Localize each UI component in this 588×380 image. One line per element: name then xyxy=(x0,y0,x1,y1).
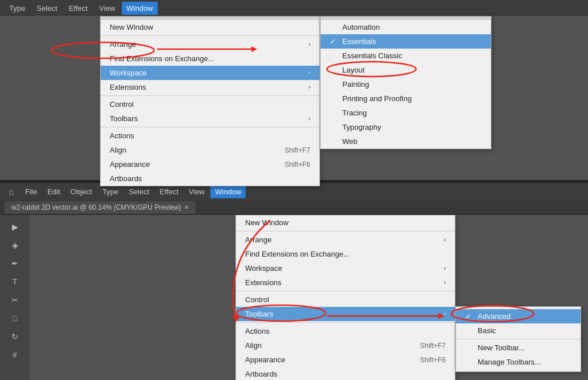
align-bottom[interactable]: Align Shift+F7 xyxy=(236,338,455,353)
workspace-typography[interactable]: Typography xyxy=(321,120,491,134)
bottom-dropdown-area: New Window Arrange › Find Extensions on … xyxy=(30,215,588,380)
appearance-top[interactable]: Appearance Shift+F6 xyxy=(101,157,319,171)
separator-top-2 xyxy=(101,95,319,96)
menu-window-bottom[interactable]: Window xyxy=(210,185,246,198)
align-top[interactable]: Align Shift+F7 xyxy=(101,143,319,157)
menu-view-bottom[interactable]: View xyxy=(184,185,209,198)
tool-shape[interactable]: □ xyxy=(6,311,24,326)
control-bottom[interactable]: Control xyxy=(236,293,455,307)
workspace-painting[interactable]: Painting xyxy=(321,77,491,91)
workspace-printing[interactable]: Printing and Proofing xyxy=(321,91,491,106)
appearance-bottom[interactable]: Appearance Shift+F6 xyxy=(236,353,455,367)
tab-bottom[interactable]: w2-rabbit 2D vector.ai @ 60.14% (CMYK/GP… xyxy=(5,201,196,214)
tabbar-bottom: w2-rabbit 2D vector.ai @ 60.14% (CMYK/GP… xyxy=(0,200,588,215)
find-extensions-bottom[interactable]: Find Extensions on Exchange... xyxy=(236,247,455,261)
close-tab-bottom[interactable]: × xyxy=(185,203,189,211)
workspace-tracing[interactable]: Tracing xyxy=(321,106,491,120)
artboards-top[interactable]: Artboards xyxy=(101,171,319,186)
toolbar-new[interactable]: New Toolbar... xyxy=(456,341,581,355)
tool-grid[interactable]: # xyxy=(6,347,24,362)
arrange-top[interactable]: Arrange › xyxy=(101,37,319,51)
separator-bottom-2 xyxy=(236,291,455,291)
top-panel: Type Select Effect View Window @ 60.14% … xyxy=(0,0,588,180)
tool-text[interactable]: T xyxy=(6,274,24,289)
tool-pen[interactable]: ✒ xyxy=(6,256,24,271)
toolbars-top[interactable]: Toolbars › xyxy=(101,111,319,126)
actions-bottom[interactable]: Actions xyxy=(236,324,455,338)
workspace-automation[interactable]: Automation xyxy=(321,20,491,34)
menu-file-bottom[interactable]: File xyxy=(21,185,42,198)
separator-top-3 xyxy=(101,127,319,127)
artboards-bottom[interactable]: Artboards xyxy=(236,367,455,380)
toolbars-separator xyxy=(456,339,581,339)
actions-top[interactable]: Actions xyxy=(101,129,319,143)
workspace-top[interactable]: Workspace › xyxy=(101,66,319,80)
arrange-bottom[interactable]: Arrange › xyxy=(236,233,455,247)
toolbars-submenu-bottom: ✓ Advanced Basic New Toolbar... Manage T… xyxy=(455,306,581,372)
tool-direct-select[interactable]: ◈ xyxy=(6,238,24,253)
window-menu-bottom: New Window Arrange › Find Extensions on … xyxy=(235,215,455,380)
workspace-submenu-top: Automation ✓ Essentials Essentials Class… xyxy=(320,16,491,149)
home-icon[interactable]: ⌂ xyxy=(3,183,19,199)
workspace-essentials-classic[interactable]: Essentials Classic xyxy=(321,49,491,63)
tool-rotate[interactable]: ↻ xyxy=(6,329,24,344)
separator-bottom-3 xyxy=(236,322,455,323)
tool-select[interactable]: ▶ xyxy=(6,219,24,234)
new-window-top[interactable]: New Window xyxy=(101,20,319,34)
workspace-web[interactable]: Web xyxy=(321,134,491,149)
separator-bottom-1 xyxy=(236,231,455,231)
extensions-bottom[interactable]: Extensions › xyxy=(236,275,455,290)
control-top[interactable]: Control xyxy=(101,97,319,111)
menu-type-bottom[interactable]: Type xyxy=(98,185,123,198)
menu-view-top[interactable]: View xyxy=(94,2,119,15)
menu-select-bottom[interactable]: Select xyxy=(124,185,154,198)
tab-label-bottom: w2-rabbit 2D vector.ai @ 60.14% (CMYK/GP… xyxy=(11,203,181,211)
window-menu-top: New Window Arrange › Find Extensions on … xyxy=(100,16,320,186)
workspace-layout[interactable]: Layout xyxy=(321,63,491,77)
menu-edit-bottom[interactable]: Edit xyxy=(43,185,65,198)
menu-type-top[interactable]: Type xyxy=(5,2,30,15)
extensions-top[interactable]: Extensions › xyxy=(101,80,319,94)
menu-effect-top[interactable]: Effect xyxy=(64,2,92,15)
sidebar-bottom: ▶ ◈ ✒ T ✂ □ ↻ # xyxy=(0,215,30,380)
workspace-essentials[interactable]: ✓ Essentials xyxy=(321,34,491,49)
workspace-bottom[interactable]: Workspace › xyxy=(236,261,455,275)
toolbars-bottom[interactable]: Toolbars › xyxy=(236,307,455,321)
menu-effect-bottom[interactable]: Effect xyxy=(155,185,183,198)
menu-object-bottom[interactable]: Object xyxy=(66,185,97,198)
menubar-top: Type Select Effect View Window xyxy=(0,0,588,16)
top-dropdown-area: New Window Arrange › Find Extensions on … xyxy=(0,16,588,180)
toolbar-manage[interactable]: Manage Toolbars... xyxy=(456,355,581,369)
menu-select-top[interactable]: Select xyxy=(32,2,62,15)
tool-scissors[interactable]: ✂ xyxy=(6,293,24,307)
bottom-panel: ⌂ File Edit Object Type Select Effect Vi… xyxy=(0,183,588,380)
find-extensions-top[interactable]: Find Extensions on Exchange... xyxy=(101,51,319,66)
toolbar-basic[interactable]: Basic xyxy=(456,323,581,338)
menu-window-top[interactable]: Window xyxy=(122,2,157,15)
new-window-bottom[interactable]: New Window xyxy=(236,215,455,230)
toolbar-advanced[interactable]: ✓ Advanced xyxy=(456,309,581,323)
separator-top-1 xyxy=(101,35,319,36)
